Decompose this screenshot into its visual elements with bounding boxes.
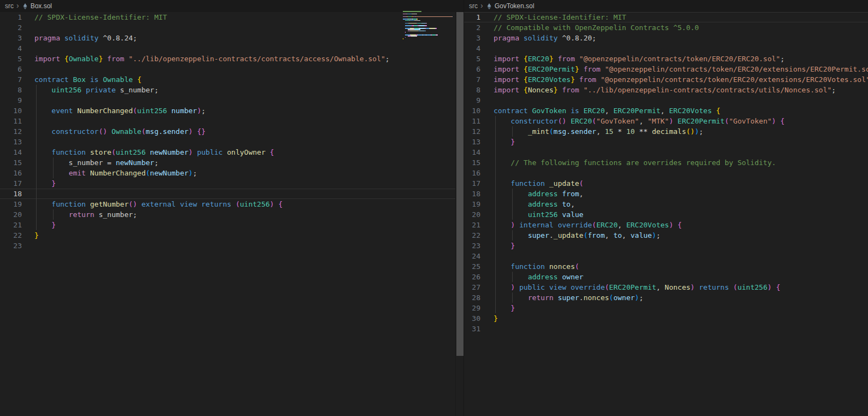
code-line[interactable]: 14 bbox=[464, 147, 868, 157]
code-line[interactable]: 16 emit NumberChanged(newNumber); bbox=[0, 168, 456, 178]
line-number[interactable]: 25 bbox=[464, 261, 480, 272]
scrollbar-track[interactable] bbox=[455, 12, 464, 416]
line-number[interactable]: 3 bbox=[0, 33, 22, 43]
code-line[interactable]: 21 } bbox=[0, 220, 456, 230]
breadcrumb-file[interactable]: Box.sol bbox=[22, 2, 52, 10]
code-line[interactable]: 13 bbox=[0, 137, 456, 147]
code-line[interactable]: 17 } bbox=[0, 178, 456, 189]
line-number[interactable]: 14 bbox=[464, 147, 480, 157]
line-number[interactable]: 22 bbox=[464, 230, 480, 241]
code-line[interactable]: 11 bbox=[0, 116, 456, 126]
code-line[interactable]: 24 bbox=[464, 251, 868, 261]
line-number[interactable]: 24 bbox=[464, 251, 480, 261]
code-line[interactable]: 23 bbox=[0, 241, 456, 251]
code-line[interactable]: 12 _mint(msg.sender, 15 * 10 ** decimals… bbox=[464, 126, 868, 137]
code-line[interactable]: 29 } bbox=[464, 303, 868, 313]
code-line[interactable]: 1// SPDX-License-Identifier: MIT bbox=[0, 12, 456, 22]
line-number[interactable]: 23 bbox=[464, 241, 480, 251]
code-line[interactable]: 8import {Nonces} from "../lib/openzeppel… bbox=[464, 85, 868, 95]
line-number[interactable]: 1 bbox=[464, 12, 480, 22]
line-number[interactable]: 15 bbox=[464, 157, 480, 168]
line-number[interactable]: 15 bbox=[0, 157, 22, 168]
code-line[interactable]: 11 constructor() ERC20("GovToken", "MTK"… bbox=[464, 116, 868, 126]
line-number[interactable]: 6 bbox=[0, 64, 22, 74]
code-editor-govtoken-sol[interactable]: 1// SPDX-License-Identifier: MIT2// Comp… bbox=[464, 12, 868, 334]
line-number[interactable]: 13 bbox=[464, 137, 480, 147]
line-number[interactable]: 21 bbox=[464, 220, 480, 230]
line-number[interactable]: 19 bbox=[0, 199, 22, 209]
code-line[interactable]: 23 } bbox=[464, 241, 868, 251]
code-line[interactable]: 22} bbox=[0, 230, 456, 241]
line-number[interactable]: 5 bbox=[464, 54, 480, 64]
code-line[interactable]: 15 s_number = newNumber; bbox=[0, 157, 456, 168]
code-line[interactable]: 30} bbox=[464, 313, 868, 324]
code-line[interactable]: 2 bbox=[0, 22, 456, 33]
line-number[interactable]: 20 bbox=[0, 209, 22, 220]
line-number[interactable]: 18 bbox=[464, 189, 480, 199]
vertical-scrollbar-slider[interactable] bbox=[456, 12, 464, 356]
line-number[interactable]: 17 bbox=[464, 178, 480, 189]
code-line[interactable]: 18 bbox=[0, 189, 456, 199]
line-number[interactable]: 17 bbox=[0, 178, 22, 189]
line-number[interactable]: 7 bbox=[464, 74, 480, 85]
line-number[interactable]: 22 bbox=[0, 230, 22, 241]
code-line[interactable]: 19 function getNumber() external view re… bbox=[0, 199, 456, 209]
code-line[interactable]: 3pragma solidity ^0.8.24; bbox=[0, 33, 456, 43]
line-number[interactable]: 31 bbox=[464, 324, 480, 334]
line-number[interactable]: 26 bbox=[464, 272, 480, 282]
code-line[interactable]: 18 address from, bbox=[464, 189, 868, 199]
line-number[interactable]: 18 bbox=[0, 189, 22, 199]
code-line[interactable]: 6import {ERC20Permit} from "@openzeppeli… bbox=[464, 64, 868, 74]
code-line[interactable]: 25 function nonces( bbox=[464, 261, 868, 272]
code-line[interactable]: 10contract GovToken is ERC20, ERC20Permi… bbox=[464, 106, 868, 116]
code-line[interactable]: 21 ) internal override(ERC20, ERC20Votes… bbox=[464, 220, 868, 230]
code-line[interactable]: 22 super._update(from, to, value); bbox=[464, 230, 868, 241]
line-number[interactable]: 11 bbox=[0, 116, 22, 126]
line-number[interactable]: 16 bbox=[464, 168, 480, 178]
code-line[interactable]: 6 bbox=[0, 64, 456, 74]
line-number[interactable]: 20 bbox=[464, 209, 480, 220]
line-number[interactable]: 14 bbox=[0, 147, 22, 157]
code-line[interactable]: 9 bbox=[464, 95, 868, 106]
code-line[interactable]: 15 // The following functions are overri… bbox=[464, 157, 868, 168]
code-line[interactable]: 31 bbox=[464, 324, 868, 334]
code-editor-box-sol[interactable]: 1// SPDX-License-Identifier: MIT23pragma… bbox=[0, 12, 456, 251]
line-number[interactable]: 10 bbox=[0, 106, 22, 116]
line-number[interactable]: 3 bbox=[464, 33, 480, 43]
line-number[interactable]: 16 bbox=[0, 168, 22, 178]
code-line[interactable]: 2// Compatible with OpenZeppelin Contrac… bbox=[464, 22, 868, 33]
code-line[interactable]: 8 uint256 private s_number; bbox=[0, 85, 456, 95]
minimap[interactable] bbox=[403, 11, 455, 41]
line-number[interactable]: 11 bbox=[464, 116, 480, 126]
line-number[interactable]: 5 bbox=[0, 54, 22, 64]
code-line[interactable]: 28 return super.nonces(owner); bbox=[464, 292, 868, 303]
code-line[interactable]: 27 ) public view override(ERC20Permit, N… bbox=[464, 282, 868, 292]
code-line[interactable]: 19 address to, bbox=[464, 199, 868, 209]
code-line[interactable]: 17 function _update( bbox=[464, 178, 868, 189]
code-line[interactable]: 4 bbox=[464, 43, 868, 54]
code-line[interactable]: 4 bbox=[0, 43, 456, 54]
line-number[interactable]: 12 bbox=[464, 126, 480, 137]
line-number[interactable]: 1 bbox=[0, 12, 22, 22]
line-number[interactable]: 29 bbox=[464, 303, 480, 313]
line-number[interactable]: 8 bbox=[464, 85, 480, 95]
line-number[interactable]: 2 bbox=[464, 22, 480, 33]
line-number[interactable]: 6 bbox=[464, 64, 480, 74]
line-number[interactable]: 28 bbox=[464, 292, 480, 303]
line-number[interactable]: 9 bbox=[0, 95, 22, 106]
line-number[interactable]: 30 bbox=[464, 313, 480, 324]
code-line[interactable]: 16 bbox=[464, 168, 868, 178]
line-number[interactable]: 7 bbox=[0, 74, 22, 85]
code-line[interactable]: 20 return s_number; bbox=[0, 209, 456, 220]
code-line[interactable]: 12 constructor() Ownable(msg.sender) {} bbox=[0, 126, 456, 137]
breadcrumb-file[interactable]: GovToken.sol bbox=[486, 2, 535, 10]
code-line[interactable]: 14 function store(uint256 newNumber) pub… bbox=[0, 147, 456, 157]
line-number[interactable]: 21 bbox=[0, 220, 22, 230]
line-number[interactable]: 4 bbox=[464, 43, 480, 54]
line-number[interactable]: 12 bbox=[0, 126, 22, 137]
code-line[interactable]: 3pragma solidity ^0.8.20; bbox=[464, 33, 868, 43]
code-line[interactable]: 13 } bbox=[464, 137, 868, 147]
code-line[interactable]: 5import {Ownable} from "../lib/openzeppe… bbox=[0, 54, 456, 64]
code-line[interactable]: 9 bbox=[0, 95, 456, 106]
line-number[interactable]: 19 bbox=[464, 199, 480, 209]
